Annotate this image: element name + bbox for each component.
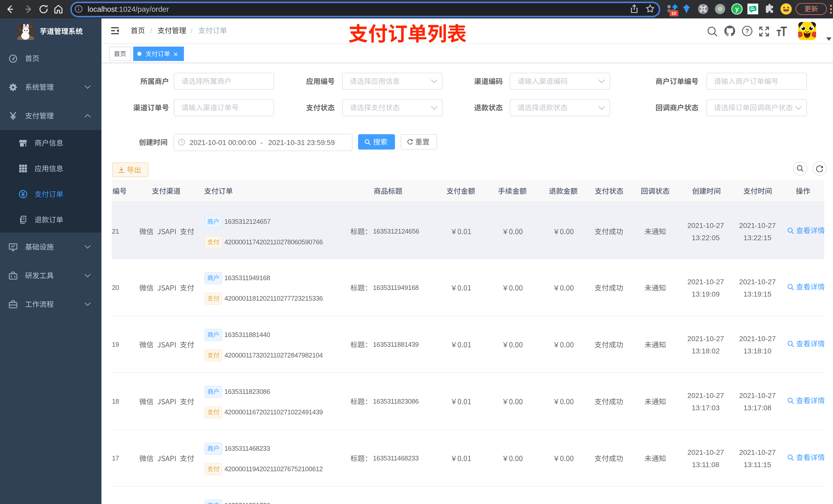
svg-text:?: ? [745,27,749,34]
svg-text:y: y [735,5,739,12]
